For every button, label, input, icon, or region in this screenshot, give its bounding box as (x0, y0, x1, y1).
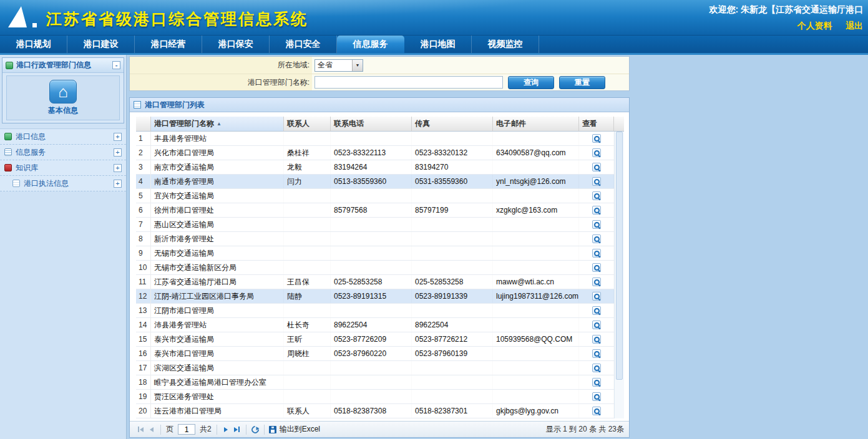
column-header-fax[interactable]: 传真 (412, 117, 493, 132)
cell-fax (412, 261, 493, 274)
cell-contact: 桑桂祥 (284, 146, 331, 160)
table-row[interactable]: 7 惠山区交通运输局 (136, 218, 614, 232)
sidebar-panel-header[interactable]: 港口行政管理部门信息 (2, 58, 124, 73)
expand-icon[interactable] (114, 148, 122, 157)
paging-summary: 显示 1 到 20 条 共 23条 (546, 424, 624, 435)
prev-page-button[interactable] (146, 424, 157, 435)
view-detail-icon[interactable] (592, 148, 601, 157)
last-page-button[interactable] (232, 424, 243, 435)
table-row[interactable]: 11 江苏省交通运输厅港口局 王昌保 025-52853258 025-5285… (136, 275, 614, 289)
cell-contact: 陆静 (284, 289, 331, 303)
nav-tab-1[interactable]: 港口规划 (0, 36, 67, 53)
view-detail-icon[interactable] (592, 163, 601, 171)
table-row[interactable]: 2 兴化市港口管理局 桑桂祥 0523-83322113 0523-833201… (136, 146, 614, 160)
view-detail-icon[interactable] (592, 407, 601, 415)
view-detail-icon[interactable] (592, 349, 601, 358)
export-excel-button[interactable]: 输出到Excel (269, 424, 320, 435)
row-number: 20 (136, 404, 151, 418)
sidebar-item-2[interactable]: 信息服务 (0, 145, 126, 160)
table-row[interactable]: 19 贾汪区港务管理处 (136, 390, 614, 404)
table-row[interactable]: 17 滨湖区交通运输局 (136, 361, 614, 375)
nav-tab-3[interactable]: 港口经营 (135, 36, 202, 53)
view-detail-icon[interactable] (592, 321, 601, 329)
region-select[interactable]: 全省 (315, 59, 363, 72)
view-detail-icon[interactable] (592, 134, 601, 143)
nav-tab-8[interactable]: 视频监控 (472, 36, 539, 53)
view-detail-icon[interactable] (592, 263, 601, 272)
grid-scrollbar[interactable] (614, 132, 624, 418)
sidebar-item-3[interactable]: 知识库 (0, 160, 126, 176)
table-row[interactable]: 4 南通市港务管理局 闫力 0513-83559360 0531-8355936… (136, 175, 614, 189)
cell-contact: 周晓柱 (284, 347, 331, 360)
view-detail-icon[interactable] (592, 378, 601, 387)
table-row[interactable]: 10 无锡市交通运输新区分局 (136, 261, 614, 275)
nav-tab-2[interactable]: 港口建设 (67, 36, 135, 53)
nav-tab-5[interactable]: 港口安全 (270, 36, 337, 53)
column-header-email[interactable]: 电子邮件 (493, 117, 579, 132)
column-header-name[interactable]: 港口管理部门名称 ▲ (151, 117, 284, 132)
nav-tab-4[interactable]: 港口保安 (202, 36, 270, 53)
refresh-button[interactable] (250, 424, 261, 435)
sidebar-item-basic-info[interactable]: 基本信息 (6, 75, 120, 120)
collapse-icon[interactable] (112, 61, 120, 69)
cell-email (493, 347, 579, 360)
column-header-contact[interactable]: 联系人 (284, 117, 331, 132)
sidebar-item-1[interactable]: 港口信息 (0, 129, 126, 145)
column-header-name-label: 港口管理部门名称 (154, 118, 214, 129)
table-row[interactable]: 3 南京市交通运输局 龙毅 83194264 83194270 (136, 160, 614, 175)
first-page-button[interactable] (135, 424, 146, 435)
table-row[interactable]: 14 沛县港务管理站 杜长奇 89622504 89622504 (136, 318, 614, 332)
table-row[interactable]: 5 宜兴市交通运输局 (136, 189, 614, 203)
nav-tab-7[interactable]: 港口地图 (404, 36, 472, 53)
sidebar-item-4[interactable]: 港口执法信息 (0, 176, 126, 191)
cell-email (493, 218, 579, 231)
scrollbar-thumb[interactable] (616, 132, 623, 380)
table-row[interactable]: 12 江阴-靖江工业园区港口事务局 陆静 0523-89191315 0523-… (136, 289, 614, 304)
toolbar-separator (246, 425, 246, 435)
cell-fax (412, 189, 493, 203)
dept-name-input[interactable] (315, 76, 503, 89)
table-row[interactable]: 15 泰兴市交通运输局 王昕 0523-87726209 0523-877262… (136, 332, 614, 347)
nav-tab-6[interactable]: 信息服务 (337, 36, 404, 53)
row-number: 6 (136, 203, 151, 217)
column-header-phone[interactable]: 联系电话 (331, 117, 412, 132)
expand-icon[interactable] (114, 180, 122, 188)
view-detail-icon[interactable] (592, 364, 601, 372)
column-header-view[interactable]: 查看 (579, 117, 614, 132)
table-row[interactable]: 6 徐州市港口管理处 85797568 85797199 xzgkglc@163… (136, 203, 614, 218)
table-row[interactable]: 16 泰兴市港口管理局 周晓柱 0523-87960220 0523-87960… (136, 347, 614, 361)
view-detail-icon[interactable] (592, 206, 601, 215)
view-detail-icon[interactable] (592, 277, 601, 286)
view-detail-icon[interactable] (592, 177, 601, 186)
page-number-input[interactable] (178, 424, 195, 435)
logout-link[interactable]: 退出 (846, 21, 863, 31)
reset-button[interactable]: 重置 (559, 76, 605, 89)
table-row[interactable]: 18 睢宁县交通运输局港口管理办公室 (136, 375, 614, 390)
view-detail-icon[interactable] (592, 292, 601, 301)
cell-fax (412, 132, 493, 145)
view-detail-icon[interactable] (592, 306, 601, 315)
nav-tab-label: 港口保安 (218, 39, 253, 50)
table-row[interactable]: 1 丰县港务管理站 (136, 132, 614, 146)
view-detail-icon[interactable] (592, 249, 601, 258)
query-button[interactable]: 查询 (508, 76, 554, 89)
view-detail-icon[interactable] (592, 392, 601, 401)
header-user-area: 欢迎您: 朱新龙【江苏省交通运输厅港口 个人资料 退出 (709, 4, 863, 32)
cell-view (579, 232, 614, 246)
view-detail-icon[interactable] (592, 335, 601, 344)
cell-view (579, 261, 614, 274)
cell-phone (331, 304, 412, 317)
table-row[interactable]: 13 江阴市港口管理局 (136, 304, 614, 318)
view-detail-icon[interactable] (592, 191, 601, 200)
table-row[interactable]: 9 无锡市交通运输局 (136, 246, 614, 261)
table-row[interactable]: 20 连云港市港口管理局 联系人 0518-82387308 0518-8238… (136, 404, 614, 418)
dropdown-arrow-icon[interactable] (352, 60, 363, 71)
view-detail-icon[interactable] (592, 220, 601, 229)
view-detail-icon[interactable] (592, 234, 601, 243)
profile-link[interactable]: 个人资料 (797, 21, 832, 31)
expand-icon[interactable] (114, 133, 122, 141)
table-row[interactable]: 8 新沂市港务管理处 (136, 232, 614, 246)
next-page-button[interactable] (220, 424, 232, 435)
cell-phone (331, 261, 412, 274)
expand-icon[interactable] (114, 164, 122, 172)
